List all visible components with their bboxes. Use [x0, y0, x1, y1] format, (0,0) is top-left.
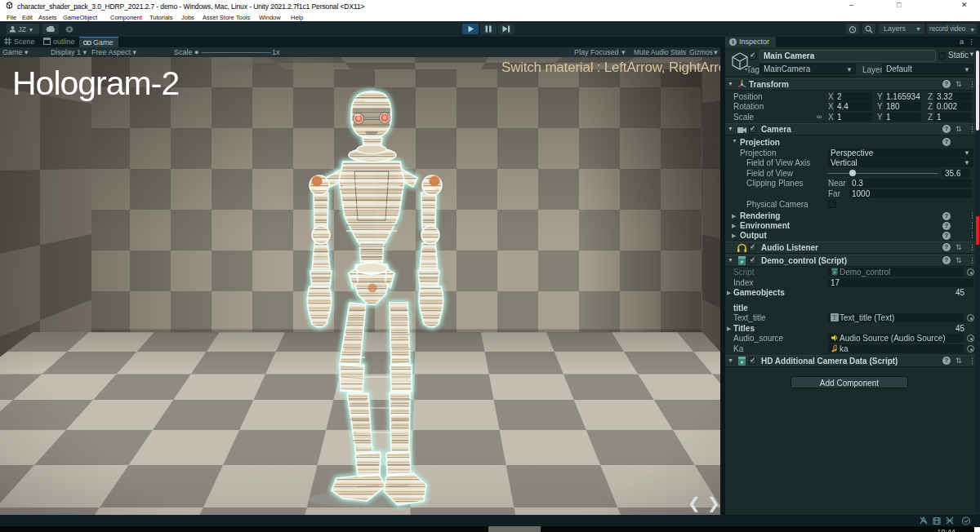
svg-text:#: # — [834, 271, 836, 275]
svg-text:T: T — [833, 314, 837, 321]
